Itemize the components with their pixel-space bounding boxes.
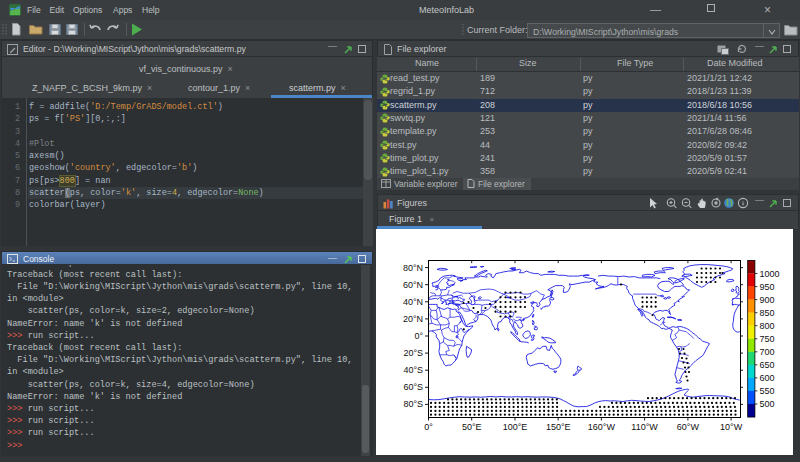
svg-text:850: 850 xyxy=(759,308,774,318)
svg-text:110°W: 110°W xyxy=(631,422,658,432)
svg-text:700: 700 xyxy=(759,347,774,357)
svg-text:20°S: 20°S xyxy=(403,348,423,358)
svg-text:80°S: 80°S xyxy=(403,399,423,409)
svg-text:60°N: 60°N xyxy=(403,280,423,290)
svg-text:550: 550 xyxy=(759,386,774,396)
svg-text:750: 750 xyxy=(759,334,774,344)
svg-text:800: 800 xyxy=(759,321,774,331)
svg-text:160°W: 160°W xyxy=(588,422,616,432)
svg-text:0°: 0° xyxy=(414,331,423,341)
svg-text:0°: 0° xyxy=(424,422,433,432)
svg-text:10°W: 10°W xyxy=(720,422,743,432)
svg-text:600: 600 xyxy=(759,373,774,383)
svg-text:900: 900 xyxy=(759,295,774,305)
svg-text:150°E: 150°E xyxy=(546,422,571,432)
svg-text:20°N: 20°N xyxy=(403,314,423,324)
svg-text:50°E: 50°E xyxy=(462,422,482,432)
svg-text:40°N: 40°N xyxy=(403,297,423,307)
svg-text:950: 950 xyxy=(759,282,774,292)
svg-text:60°S: 60°S xyxy=(403,382,423,392)
svg-text:500: 500 xyxy=(759,399,774,409)
svg-text:40°S: 40°S xyxy=(403,365,423,375)
svg-text:100°E: 100°E xyxy=(503,422,528,432)
svg-text:1000: 1000 xyxy=(759,269,779,279)
svg-text:60°W: 60°W xyxy=(677,422,700,432)
svg-text:650: 650 xyxy=(759,360,774,370)
svg-text:80°N: 80°N xyxy=(403,263,423,273)
